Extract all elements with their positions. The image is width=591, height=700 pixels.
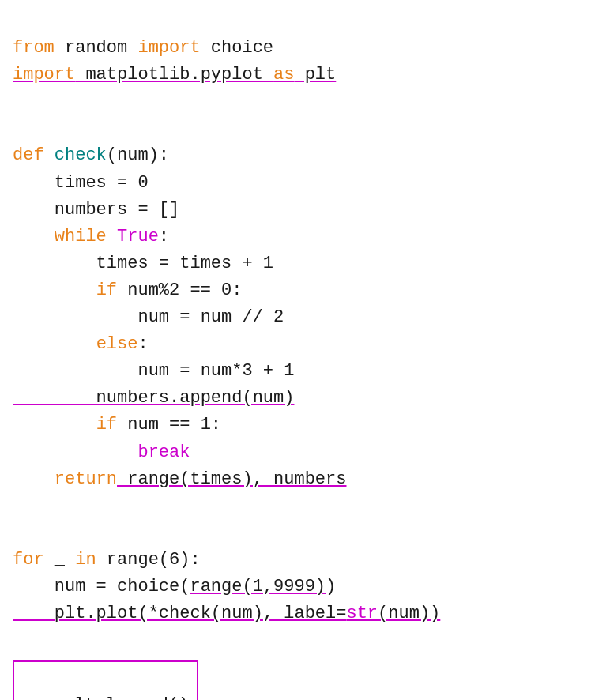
kw-for: for [13,550,44,570]
text-range-1-9999: range(1,9999) [190,577,326,597]
text-num-choice: num = choice( [13,577,190,597]
text-plt-plot-end: (num)) [378,604,440,623]
kw-return: return [55,469,117,489]
kw-if1: if [96,280,117,300]
text-num-mul: num = num*3 + 1 [13,361,294,381]
text-numbers-eq: numbers = [] [13,200,179,220]
text-times-inc: times = times + 1 [13,254,273,273]
code-for-block: for _ in range(6): num = choice(range(1,… [13,520,578,627]
text-indent6 [13,415,96,435]
kw-import2: import [13,65,75,85]
text-indent3 [13,227,55,247]
text-num-paren: (num): [107,145,169,165]
text-plt-legend: plt.legend() [64,695,189,700]
kw-from: from [13,38,55,58]
text-else-colon: : [137,334,148,354]
code-display: from random import choice import matplot… [13,8,578,88]
code-def-block: def check(num): times = 0 numbers = [] w… [13,115,578,492]
text-random: random [55,38,138,58]
text-range6: range(6): [96,550,201,570]
kw-def: def [13,145,44,165]
text-times-eq: times = 0 [13,173,149,193]
text-indent7 [13,469,55,489]
text-return-rest: range(times), numbers [117,469,346,489]
text-for-var: _ [44,550,76,570]
kw-break: break [13,442,190,462]
kw-if2: if [96,415,117,435]
kw-else: else [96,334,138,354]
box-legend-show: plt.legend() plt.show() [13,654,578,700]
text-colon1: : [159,227,169,247]
kw-str: str [346,604,378,623]
kw-in: in [75,550,96,570]
text-indent4 [13,280,96,300]
text-num-eq1: num == 1: [117,415,221,435]
text-num-div: num = num // 2 [13,307,284,327]
text-matplotlib: matplotlib.pyplot [75,65,273,85]
text-choice: choice [201,38,273,58]
text-choice-end: ) [326,577,336,597]
text-plt1: plt [294,65,336,85]
text-check-num: check [44,145,107,165]
text-indent5 [13,334,96,354]
kw-as: as [273,65,294,85]
kw-import1: import [137,38,200,58]
text-num-mod: num%2 == 0: [117,280,242,300]
text-plt-plot: plt.plot(*check(num), label= [13,604,346,623]
kw-true: True [107,227,159,247]
kw-while: while [55,227,107,247]
text-numbers-append: numbers.append(num) [13,388,294,408]
